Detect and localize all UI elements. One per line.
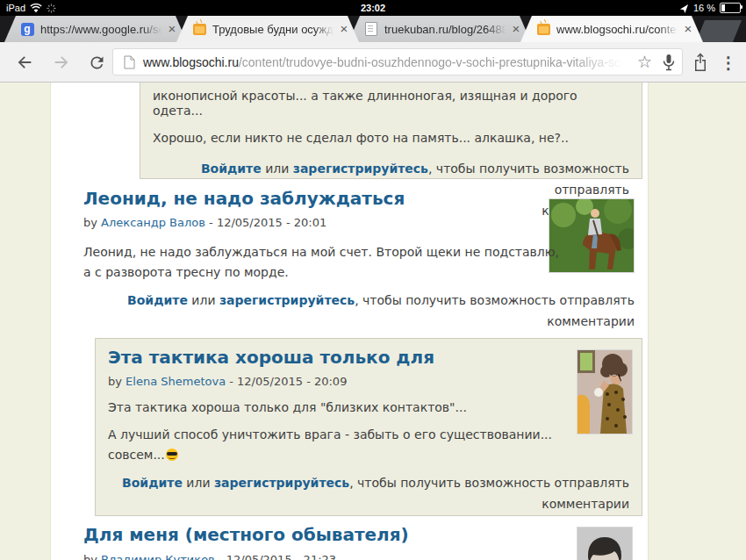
author-link[interactable]: Александр Валов: [101, 216, 205, 229]
comment-text: а с разворота тресну по морде.: [83, 262, 559, 283]
tab-blogsochi-active[interactable]: www.blogsochi.ru/content/ ×: [520, 16, 703, 42]
comment-byline: by Александр Валов - 12/05/2015 - 20:01: [83, 216, 326, 229]
byline-date: - 12/05/2015 - 20:09: [226, 375, 347, 388]
comment-text: А лучший способ уничтожить врага - забыт…: [108, 425, 552, 445]
login-prompt-text: или: [188, 293, 219, 307]
byline-by: by: [83, 553, 101, 560]
page-security-icon: [124, 55, 135, 69]
blogsochi-icon: [536, 22, 550, 36]
reload-button[interactable]: [84, 50, 109, 75]
login-prompt: Войдите или зарегистрируйтесь, чтобы пол…: [108, 472, 629, 514]
bookmark-star-icon[interactable]: ☆: [637, 54, 652, 70]
login-prompt-text: или: [183, 476, 214, 490]
comment-title-link[interactable]: Леонид, не надо заблуждаться: [83, 189, 405, 208]
battery-icon: [720, 3, 741, 13]
register-link[interactable]: зарегистрируйтесь: [214, 476, 349, 490]
byline-date: - 12/05/2015 - 21:23: [215, 553, 336, 560]
close-icon[interactable]: ×: [680, 16, 696, 42]
location-arrow-icon: [679, 4, 689, 13]
tab-truekuban[interactable]: truekuban.ru/blog/26488.ht ×: [348, 16, 531, 42]
url-path: /content/trudovye-budni-osuzhdennogo-v-s…: [239, 55, 630, 69]
battery-percent-label: 16 %: [693, 3, 715, 13]
tab-trudovye-budni[interactable]: Трудовые будни осужденн ×: [176, 16, 359, 42]
tab-strip: g https://www.google.ru/sear × Трудовые …: [0, 16, 746, 42]
login-prompt-text: , чтобы получить возможность отправлять: [428, 162, 629, 197]
login-link[interactable]: Войдите: [127, 293, 188, 307]
comment-text: иконописной красоты... а также длинноног…: [153, 89, 629, 118]
comment-title-link[interactable]: Эта тактика хороша только для: [108, 348, 434, 367]
forward-button[interactable]: [49, 50, 74, 75]
close-icon[interactable]: ×: [336, 16, 352, 42]
byline-by: by: [83, 216, 101, 229]
login-prompt: Войдите или зарегистрируйтесь, чтобы пол…: [83, 290, 635, 332]
login-prompt-text: или: [262, 162, 293, 176]
register-link[interactable]: зарегистрируйтесь: [293, 162, 428, 176]
login-prompt-text: , чтобы получить возможность отправлять: [349, 476, 629, 490]
author-link[interactable]: Владимир Кутиков: [101, 553, 215, 560]
comment-body: Леонид, не надо заблуждаться на мой счет…: [83, 242, 559, 283]
voice-search-mic-icon[interactable]: [663, 54, 675, 71]
status-bar: iPad 23:02 16 %: [0, 0, 746, 16]
page-right-margin: [648, 83, 746, 560]
author-link[interactable]: Elena Shemetova: [126, 375, 226, 388]
webpage-content: иконописной красоты... а также длинноног…: [0, 83, 746, 560]
new-tab-button[interactable]: [696, 20, 742, 42]
comment-title-link[interactable]: Для меня (местного обывателя): [83, 525, 409, 544]
tab-title: https://www.google.ru/sear: [40, 23, 164, 36]
comment-text: Эта тактика хороша только для "близких к…: [108, 400, 467, 415]
page-icon: [364, 22, 378, 36]
comment-body: А лучший способ уничтожить врага - забыт…: [108, 425, 552, 465]
login-prompt-text: комментарии: [547, 314, 635, 328]
login-prompt-text: , чтобы получить возможность отправлять: [355, 293, 635, 307]
page-left-margin: [0, 83, 51, 560]
man-on-horse-photo[interactable]: [549, 198, 635, 273]
comment-byline: by Elena Shemetova - 12/05/2015 - 20:09: [108, 375, 347, 388]
comment-box: Эта тактика хороша только для by Elena S…: [95, 338, 642, 516]
comment-text: Леонид, не надо заблуждаться на мой счет…: [83, 242, 559, 262]
tab-google-search[interactable]: g https://www.google.ru/sear ×: [4, 16, 187, 42]
clock: 23:02: [0, 0, 746, 16]
close-icon[interactable]: ×: [164, 16, 180, 42]
address-bar[interactable]: www.blogsochi.ru /content/trudovye-budni…: [112, 48, 683, 75]
login-link[interactable]: Войдите: [201, 162, 262, 176]
byline-by: by: [108, 375, 126, 388]
woman-with-ice-cream-photo[interactable]: [577, 349, 633, 434]
comment-text: совсем...: [108, 448, 165, 462]
back-button[interactable]: [12, 50, 37, 75]
login-link[interactable]: Войдите: [122, 476, 183, 490]
share-icon[interactable]: [688, 50, 713, 75]
tab-title: truekuban.ru/blog/26488.ht: [384, 23, 508, 36]
tab-title: Трудовые будни осужденн: [212, 23, 336, 36]
comment-box-partial: иконописной красоты... а также длинноног…: [140, 83, 642, 179]
browser-window: iPad 23:02 16 %: [0, 0, 746, 560]
url-domain: www.blogsochi.ru: [143, 55, 239, 69]
comment-byline: by Владимир Кутиков - 12/05/2015 - 21:23: [83, 553, 336, 560]
comment-text: Хорошо, если никто не сделал фото на пам…: [153, 131, 629, 146]
byline-date: - 12/05/2015 - 20:01: [205, 216, 326, 229]
sunglasses-emoji: [166, 449, 178, 461]
blogsochi-icon: [192, 22, 206, 36]
menu-icon[interactable]: ⋮: [716, 50, 741, 75]
tab-title: www.blogsochi.ru/content/: [556, 23, 680, 36]
bw-portrait-photo[interactable]: [577, 527, 633, 560]
google-icon: g: [20, 22, 34, 36]
login-prompt-text: комментарии: [542, 497, 629, 511]
browser-toolbar: www.blogsochi.ru /content/trudovye-budni…: [0, 42, 746, 83]
close-icon[interactable]: ×: [508, 16, 524, 42]
register-link[interactable]: зарегистрируйтесь: [219, 293, 355, 307]
